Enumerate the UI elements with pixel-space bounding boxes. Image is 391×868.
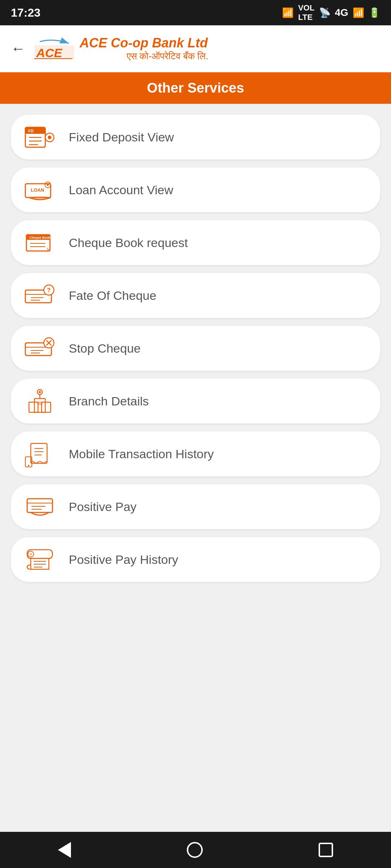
fate-cheque-label: Fate Of Cheque xyxy=(69,289,156,303)
menu-item-stop-cheque[interactable]: Stop Cheque xyxy=(11,326,380,371)
svg-rect-16 xyxy=(33,196,47,199)
bank-name-hindi: एस को-ऑपरेटिव बँक लि. xyxy=(127,51,209,62)
svg-text:Cheque Book: Cheque Book xyxy=(29,236,51,239)
status-icons: 📶 VOLLTE 📡 4G 📶 🔋 xyxy=(282,3,380,22)
svg-point-39 xyxy=(39,391,41,393)
back-triangle-icon xyxy=(58,842,71,858)
svg-rect-37 xyxy=(34,399,45,412)
nav-back-button[interactable] xyxy=(43,838,85,861)
menu-item-mobile-transaction[interactable]: Mobile Transaction History xyxy=(11,431,380,476)
mobile-transaction-icon xyxy=(22,439,58,468)
positive-pay-label: Positive Pay xyxy=(69,500,136,514)
svg-text:FD: FD xyxy=(28,129,34,133)
nav-recent-button[interactable] xyxy=(304,839,348,861)
menu-item-positive-pay-history[interactable]: Positive Pay History xyxy=(11,537,380,582)
fixed-deposit-icon: FD xyxy=(22,123,58,152)
fate-cheque-icon: ? xyxy=(22,281,58,310)
recent-square-icon xyxy=(319,843,333,857)
menu-item-positive-pay[interactable]: Positive Pay xyxy=(11,484,380,529)
loan-account-icon: LOAN xyxy=(22,175,58,204)
branch-details-label: Branch Details xyxy=(69,394,149,408)
wifi-icon: 📡 xyxy=(319,7,331,18)
svg-text:?: ? xyxy=(47,287,51,293)
positive-pay-history-icon xyxy=(22,545,58,574)
bank-name-english: ACE Co-op Bank Ltd xyxy=(80,35,209,51)
svg-text:LOAN: LOAN xyxy=(31,187,44,193)
network-4g-icon: 4G xyxy=(335,7,348,18)
mobile-transaction-label: Mobile Transaction History xyxy=(69,447,214,461)
stop-cheque-icon xyxy=(22,334,58,363)
svg-text:ACE: ACE xyxy=(36,46,63,60)
signal-bars-icon: 📶 xyxy=(353,7,364,18)
stop-cheque-label: Stop Cheque xyxy=(69,341,141,356)
cheque-book-label: Cheque Book request xyxy=(69,236,188,250)
loan-account-label: Loan Account View xyxy=(69,183,173,197)
svg-rect-42 xyxy=(31,443,47,463)
header: ← ACE ACE Co-op Bank Ltd एस को-ऑपरे xyxy=(0,25,391,72)
home-circle-icon xyxy=(187,842,203,858)
svg-point-57 xyxy=(30,553,32,555)
signal-icon: 📶 xyxy=(282,7,294,18)
svg-point-47 xyxy=(28,465,29,466)
positive-pay-history-label: Positive Pay History xyxy=(69,553,178,567)
menu-item-fate-cheque[interactable]: ? Fate Of Cheque xyxy=(11,273,380,318)
svg-point-11 xyxy=(48,136,51,139)
svg-point-15 xyxy=(47,184,49,186)
cheque-book-icon: Cheque Book xyxy=(22,228,58,257)
positive-pay-icon xyxy=(22,492,58,521)
menu-item-cheque-book[interactable]: Cheque Book Cheque Book request xyxy=(11,220,380,265)
volte-icon: VOLLTE xyxy=(298,3,314,22)
svg-rect-41 xyxy=(37,401,42,405)
content-area: FD Fixed Deposit View LOAN xyxy=(0,104,391,832)
nav-home-button[interactable] xyxy=(172,838,217,861)
fixed-deposit-label: Fixed Deposit View xyxy=(69,130,174,144)
branch-details-icon xyxy=(22,387,58,416)
bank-name-area: ACE Co-op Bank Ltd एस को-ऑपरेटिव बँक लि. xyxy=(80,35,209,62)
status-bar: 17:23 📶 VOLLTE 📡 4G 📶 🔋 xyxy=(0,0,391,25)
svg-rect-36 xyxy=(42,402,51,412)
page-title: Other Services xyxy=(11,80,380,96)
menu-item-fixed-deposit[interactable]: FD Fixed Deposit View xyxy=(11,115,380,159)
svg-rect-48 xyxy=(27,499,52,512)
menu-item-loan-account[interactable]: LOAN Loan Account View xyxy=(11,167,380,212)
page-title-bar: Other Services xyxy=(0,72,391,104)
svg-rect-35 xyxy=(29,402,38,412)
bottom-navigation xyxy=(0,832,391,868)
status-time: 17:23 xyxy=(11,6,41,20)
menu-item-branch-details[interactable]: Branch Details xyxy=(11,379,380,424)
back-button[interactable]: ← xyxy=(11,41,25,57)
battery-icon: 🔋 xyxy=(369,7,380,18)
logo-container: ACE ACE Co-op Bank Ltd एस को-ऑपरेटिव बँक… xyxy=(33,35,209,62)
ace-logo-icon: ACE xyxy=(33,36,76,61)
